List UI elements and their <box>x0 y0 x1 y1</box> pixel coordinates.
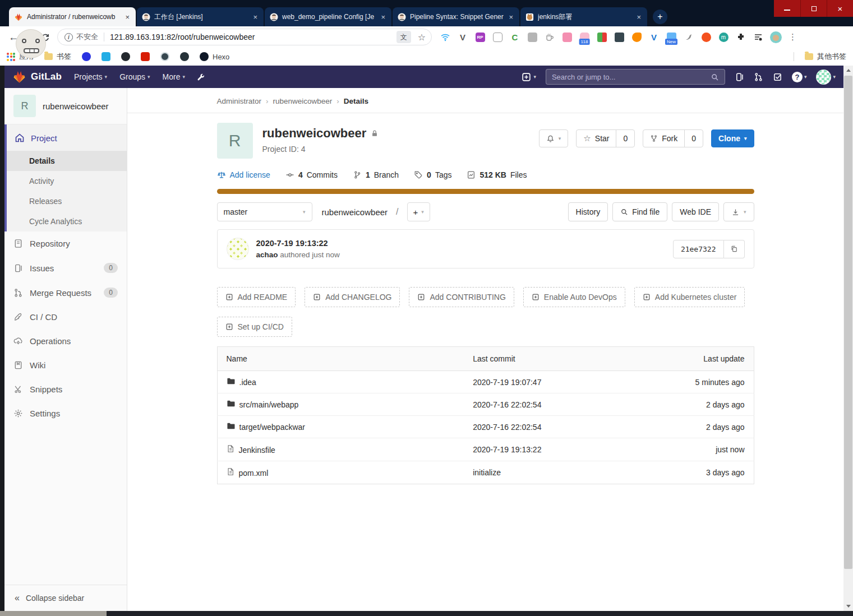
search-input[interactable] <box>552 73 711 81</box>
last-commit-link[interactable]: 2020-7-19 19:07:47 <box>464 371 668 393</box>
tab-close-icon[interactable]: × <box>380 13 386 21</box>
breadcrumb-project[interactable]: rubenweicowbeer <box>273 97 333 105</box>
pen-extension-icon[interactable] <box>631 31 642 43</box>
bookmark-gitee[interactable] <box>141 52 150 61</box>
new-menu-button[interactable]: ▾ <box>522 72 536 82</box>
tags-stat[interactable]: 0Tags <box>414 170 451 179</box>
file-name-link[interactable]: src/main/webapp <box>239 400 299 409</box>
scrollbar-thumb[interactable] <box>844 76 852 569</box>
sidebar-item-repository[interactable]: Repository <box>4 231 127 256</box>
collapse-sidebar-button[interactable]: « Collapse sidebar <box>4 585 127 611</box>
star-count[interactable]: 0 <box>616 130 634 147</box>
web-ide-button[interactable]: Web IDE <box>672 202 719 221</box>
sidebar-item-snippets[interactable]: Snippets <box>4 377 127 401</box>
sidebar-item-merge-requests[interactable]: Merge Requests 0 <box>4 280 127 305</box>
sidebar-item-operations[interactable]: Operations <box>4 329 127 353</box>
history-button[interactable]: History <box>568 202 608 221</box>
tree-path-project[interactable]: rubenweicowbeer <box>322 207 388 217</box>
crane-extension-icon[interactable] <box>683 31 694 43</box>
sidebar-item-activity[interactable]: Activity <box>4 171 127 191</box>
file-name-link[interactable]: target/webpackwar <box>239 423 306 432</box>
c-extension-icon[interactable]: C <box>509 31 520 43</box>
fork-count[interactable]: 0 <box>684 130 703 147</box>
file-name-link[interactable]: Jenkinsfile <box>239 446 275 455</box>
last-commit-link[interactable]: 2020-7-19 19:13:22 <box>464 438 668 461</box>
tab-jenkins-dashboard[interactable]: 工作台 [Jenkins] × <box>137 7 264 26</box>
download-button[interactable]: ▾ <box>723 202 754 221</box>
table-row[interactable]: .idea 2020-7-19 19:07:47 5 minutes ago <box>217 371 754 393</box>
enable-auto-devops-button[interactable]: Enable Auto DevOps <box>523 287 625 307</box>
new-extension-icon[interactable]: New <box>666 31 677 43</box>
table-row[interactable]: Jenkinsfile 2020-7-19 19:13:22 just now <box>217 438 754 461</box>
add-file-dropdown[interactable]: + ▾ <box>407 202 430 221</box>
file-name-link[interactable]: .idea <box>239 378 256 387</box>
global-search[interactable] <box>546 69 725 85</box>
clone-button[interactable]: Clone ▾ <box>711 129 754 147</box>
last-commit-link[interactable]: 2020-7-16 22:02:54 <box>464 393 668 416</box>
sidebar-project-header[interactable]: R rubenweicowbeer <box>4 88 127 124</box>
sidebar-item-issues[interactable]: Issues 0 <box>4 256 127 280</box>
add-readme-button[interactable]: Add README <box>217 287 296 307</box>
translate-icon[interactable]: 文 <box>396 31 411 43</box>
minimize-button[interactable] <box>774 0 800 17</box>
nav-projects-menu[interactable]: Projects▾ <box>74 72 107 81</box>
bookmark-bilibili[interactable] <box>102 52 110 61</box>
last-commit-link[interactable]: initialize <box>464 461 668 484</box>
branch-selector[interactable]: master ▾ <box>217 202 312 221</box>
tab-close-icon[interactable]: × <box>508 13 514 21</box>
copy-sha-button[interactable] <box>724 240 745 258</box>
admin-area-button[interactable] <box>196 72 206 82</box>
merge-requests-shortcut-button[interactable] <box>754 72 763 82</box>
user-menu-button[interactable]: ▾ <box>816 70 836 85</box>
browser-menu-icon[interactable]: ⋮ <box>789 32 797 42</box>
site-info-icon[interactable]: i <box>64 33 73 41</box>
tab-pipeline-config[interactable]: web_demo_pipeline Config [Je × <box>265 7 391 26</box>
breadcrumb-root[interactable]: Administrator <box>217 97 262 105</box>
url-text[interactable]: 121.89.163.191:82/root/rubenweicowbeer <box>110 33 396 41</box>
page-scrollbar[interactable] <box>843 66 853 611</box>
setup-cicd-button[interactable]: Set up CI/CD <box>217 317 292 337</box>
maximize-button[interactable] <box>800 0 827 17</box>
todos-shortcut-button[interactable] <box>773 72 782 82</box>
coffee-extension-icon[interactable] <box>544 31 555 43</box>
files-size-stat[interactable]: 512 KBFiles <box>467 170 527 179</box>
close-button[interactable]: × <box>827 0 853 17</box>
profile-avatar[interactable] <box>770 31 782 43</box>
tab-close-icon[interactable]: × <box>635 13 642 21</box>
table-row[interactable]: pom.xml initialize 3 days ago <box>217 461 754 484</box>
sidebar-item-releases[interactable]: Releases <box>4 191 127 211</box>
address-bar[interactable]: i 不安全 121.89.163.191:82/root/rubenweicow… <box>57 29 432 45</box>
sidebar-item-cycle-analytics[interactable]: Cycle Analytics <box>4 211 127 231</box>
notifications-button[interactable]: ▾ <box>539 129 569 147</box>
v-blue-extension-icon[interactable]: V <box>648 31 660 43</box>
vimium-extension-icon[interactable]: V <box>457 31 468 43</box>
sidebar-item-details[interactable]: Details <box>4 151 127 171</box>
bookmark-dark[interactable] <box>180 52 189 61</box>
sidebar-item-wiki[interactable]: Wiki <box>4 353 127 377</box>
commit-author[interactable]: achao <box>256 251 278 259</box>
add-license-link[interactable]: Add license <box>217 170 270 179</box>
tab-pipeline-syntax[interactable]: Pipeline Syntax: Snippet Gener × <box>393 7 519 26</box>
tab-jenkins-deploy[interactable]: jenkins部署 × <box>520 7 647 26</box>
sidebar-item-settings[interactable]: Settings <box>4 401 127 425</box>
bookmark-hexo[interactable]: Hexo <box>200 52 229 61</box>
wifi-extension-icon[interactable] <box>440 31 451 43</box>
orange-extension-icon[interactable] <box>700 31 712 43</box>
add-kubernetes-cluster-button[interactable]: Add Kubernetes cluster <box>634 287 745 307</box>
commit-title[interactable]: 2020-7-19 19:13:22 <box>256 239 340 248</box>
scroll-down-arrow[interactable] <box>843 601 853 611</box>
grid-extension-icon[interactable] <box>596 31 607 43</box>
nav-more-menu[interactable]: More▾ <box>163 72 185 81</box>
bookmark-folder[interactable]: 书签 <box>44 52 71 62</box>
add-contributing-button[interactable]: Add CONTRIBUTING <box>409 287 514 307</box>
table-row[interactable]: src/main/webapp 2020-7-16 22:02:54 2 day… <box>217 393 754 416</box>
terminal-extension-icon[interactable] <box>614 31 625 43</box>
puzzle-extension-icon[interactable] <box>735 31 746 43</box>
new-tab-button[interactable]: + <box>653 10 667 24</box>
table-row[interactable]: target/webpackwar 2020-7-16 22:02:54 2 d… <box>217 416 754 438</box>
scroll-up-arrow[interactable] <box>843 66 853 75</box>
file-extension-icon[interactable] <box>527 31 538 43</box>
bookmark-github[interactable] <box>121 52 130 61</box>
sidebar-item-project[interactable]: Project <box>4 124 127 151</box>
add-changelog-button[interactable]: Add CHANGELOG <box>305 287 400 307</box>
